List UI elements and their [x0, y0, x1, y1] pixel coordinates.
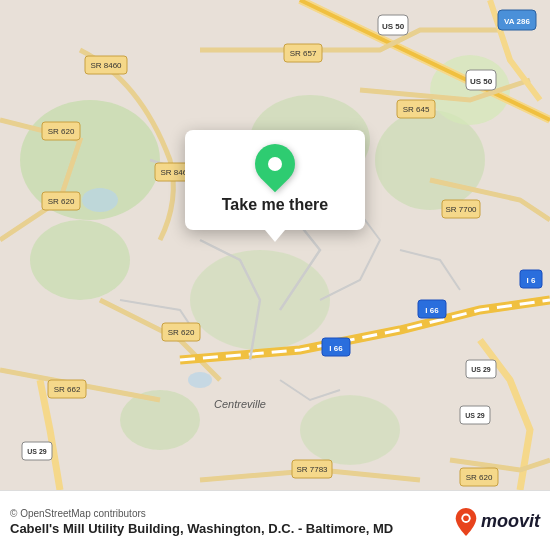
- svg-text:Centreville: Centreville: [214, 398, 266, 410]
- svg-text:I 66: I 66: [425, 306, 439, 315]
- svg-text:SR 8460: SR 8460: [90, 61, 122, 70]
- svg-text:US 29: US 29: [471, 366, 491, 373]
- svg-text:SR 620: SR 620: [466, 473, 493, 482]
- popup: Take me there: [185, 130, 365, 230]
- location-title: Cabell's Mill Utility Building, Washingt…: [10, 521, 393, 536]
- moovit-pin-icon: [455, 508, 477, 536]
- svg-text:SR 645: SR 645: [403, 105, 430, 114]
- svg-text:SR 620: SR 620: [48, 197, 75, 206]
- svg-text:US 29: US 29: [465, 412, 485, 419]
- bottom-left: © OpenStreetMap contributors Cabell's Mi…: [10, 508, 393, 536]
- svg-point-4: [375, 110, 485, 210]
- svg-point-8: [300, 395, 400, 465]
- map-container: US 50 US 50 VA 286 SR 657 SR 8460 SR 846…: [0, 0, 550, 490]
- svg-point-2: [30, 220, 130, 300]
- svg-point-10: [188, 372, 212, 388]
- svg-text:SR 657: SR 657: [290, 49, 317, 58]
- svg-text:US 50: US 50: [470, 77, 493, 86]
- svg-point-53: [463, 515, 469, 521]
- svg-text:SR 620: SR 620: [48, 127, 75, 136]
- bottom-bar: © OpenStreetMap contributors Cabell's Mi…: [0, 490, 550, 550]
- svg-text:SR 7783: SR 7783: [296, 465, 328, 474]
- moovit-logo: moovit: [455, 508, 540, 536]
- svg-point-9: [82, 188, 118, 212]
- app: US 50 US 50 VA 286 SR 657 SR 8460 SR 846…: [0, 0, 550, 550]
- moovit-label: moovit: [481, 511, 540, 532]
- location-pin-inner: [268, 157, 282, 171]
- svg-text:US 29: US 29: [27, 448, 47, 455]
- svg-text:SR 620: SR 620: [168, 328, 195, 337]
- svg-text:US 50: US 50: [382, 22, 405, 31]
- svg-text:I 66: I 66: [329, 344, 343, 353]
- svg-text:I 6: I 6: [527, 276, 536, 285]
- svg-text:SR 662: SR 662: [54, 385, 81, 394]
- location-pin-icon: [247, 136, 304, 193]
- take-me-there-button[interactable]: Take me there: [222, 194, 328, 216]
- osm-attribution: © OpenStreetMap contributors: [10, 508, 393, 519]
- svg-text:SR 7700: SR 7700: [445, 205, 477, 214]
- svg-text:VA 286: VA 286: [504, 17, 530, 26]
